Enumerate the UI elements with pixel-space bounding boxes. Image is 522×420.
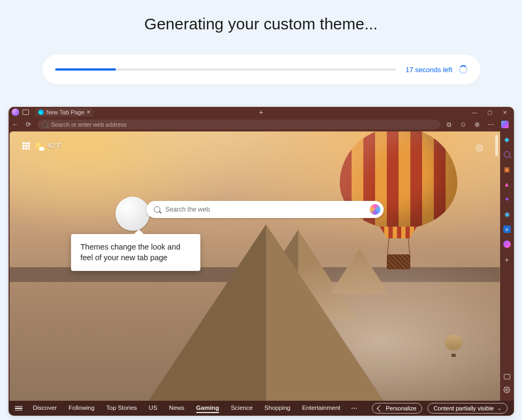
spinner-icon (459, 65, 468, 74)
sidebar-messenger-icon[interactable] (503, 240, 511, 248)
browser-preview: New Tab Page ✕ + — ▢ ✕ ← ⟳ Search or ent… (9, 107, 514, 416)
feed-tab-shopping[interactable]: Shopping (264, 405, 291, 413)
web-search-box[interactable] (146, 201, 384, 218)
sidebar-toggle-icon[interactable] (504, 374, 510, 379)
page-title: Generating your custom theme... (0, 0, 522, 33)
feed-tabs: DiscoverFollowingTop StoriesUSNewsGaming… (33, 405, 341, 413)
window-titlebar: New Tab Page ✕ + — ▢ ✕ (9, 107, 514, 118)
chevron-down-icon: ⌄ (497, 406, 502, 411)
weather-icon[interactable] (35, 142, 43, 150)
feed-tab-following[interactable]: Following (68, 405, 95, 413)
ntp-topbar: 42°F (22, 142, 61, 150)
pencil-icon (377, 405, 384, 412)
progress-fill (55, 68, 116, 71)
content-row: 42°F Themes change the look and feel of … (9, 131, 514, 401)
temperature-label[interactable]: 42°F (48, 142, 61, 150)
feed-bar: DiscoverFollowingTop StoriesUSNewsGaming… (9, 401, 514, 416)
read-aloud-icon[interactable]: ⧉ (446, 121, 453, 128)
close-tab-icon[interactable]: ✕ (87, 110, 91, 115)
svg-point-1 (506, 388, 508, 390)
sidebar-search-icon[interactable] (503, 151, 511, 158)
new-tab-button[interactable]: + (259, 108, 263, 116)
feed-tab-discover[interactable]: Discover (33, 405, 57, 413)
sidebar-rewards-icon[interactable]: ✦ (503, 196, 511, 203)
personalize-label: Personalize (386, 405, 416, 411)
sidebar-settings-icon[interactable] (503, 386, 511, 393)
favorites-icon[interactable]: ✩ (459, 121, 467, 128)
page-settings-icon[interactable] (476, 144, 483, 154)
app-launcher-icon[interactable] (22, 142, 30, 150)
minimize-button[interactable]: — (472, 110, 478, 115)
maximize-button[interactable]: ▢ (487, 110, 493, 115)
progress-card: 17 seconds left (42, 55, 480, 84)
more-icon[interactable]: ⋯ (487, 121, 495, 128)
feed-tab-news[interactable]: News (169, 405, 184, 413)
visibility-label: Content partially visible (433, 405, 494, 411)
progress-track (55, 68, 396, 71)
feed-tab-top-stories[interactable]: Top Stories (106, 405, 137, 413)
theme-tooltip: Themes change the look and feel of your … (71, 234, 200, 271)
feed-tab-us[interactable]: US (149, 405, 157, 413)
content-visibility-button[interactable]: Content partially visible ⌄ (427, 403, 507, 414)
copilot-icon[interactable] (501, 121, 509, 128)
hot-air-balloon (340, 131, 457, 266)
progress-time-label: 17 seconds left (406, 66, 452, 74)
profile-bubble[interactable] (115, 197, 150, 231)
tab-actions-icon[interactable] (22, 110, 29, 115)
back-button[interactable]: ← (12, 121, 19, 128)
feed-tab-entertainment[interactable]: Entertainment (302, 405, 340, 413)
browser-toolbar: ← ⟳ Search or enter web address ⧉ ✩ ⊕ ⋯ (9, 118, 514, 131)
edge-favicon-icon (38, 110, 44, 115)
sidebar-chat-icon[interactable]: ◆ (503, 136, 511, 143)
search-icon (154, 206, 160, 213)
sidebar-add-button[interactable]: + (504, 255, 509, 264)
browser-tab[interactable]: New Tab Page ✕ (35, 108, 93, 116)
sidebar-people-icon[interactable]: ◉ (503, 211, 511, 218)
scrollbar-thumb[interactable] (495, 135, 498, 156)
copilot-chip-icon[interactable] (370, 204, 380, 215)
web-search-input[interactable] (166, 206, 364, 213)
edge-sidebar: ◆ ▣ ▲ ✦ ◉ o + (500, 131, 514, 401)
new-tab-page: 42°F Themes change the look and feel of … (10, 131, 500, 401)
address-bar[interactable]: Search or enter web address (37, 120, 440, 129)
sidebar-outlook-icon[interactable]: o (503, 225, 511, 233)
personalize-button[interactable]: Personalize (372, 403, 422, 414)
address-placeholder: Search or enter web address (51, 121, 127, 128)
tooltip-text: Themes change the look and feel of your … (81, 243, 181, 262)
feed-tab-gaming[interactable]: Gaming (196, 405, 219, 413)
svg-point-0 (478, 147, 480, 149)
close-window-button[interactable]: ✕ (502, 110, 508, 115)
refresh-button[interactable]: ⟳ (25, 121, 32, 128)
hot-air-balloon-distant (445, 335, 463, 358)
collections-icon[interactable]: ⊕ (473, 121, 481, 128)
profile-avatar-icon[interactable] (12, 108, 19, 116)
feed-tab-science[interactable]: Science (231, 405, 253, 413)
tab-title: New Tab Page (46, 109, 84, 115)
sidebar-shopping-icon[interactable]: ▣ (503, 166, 511, 173)
feed-menu-icon[interactable] (15, 406, 22, 411)
sidebar-games-icon[interactable]: ▲ (503, 181, 511, 188)
search-icon (42, 121, 48, 128)
feed-more-icon[interactable]: ⋯ (351, 405, 359, 412)
